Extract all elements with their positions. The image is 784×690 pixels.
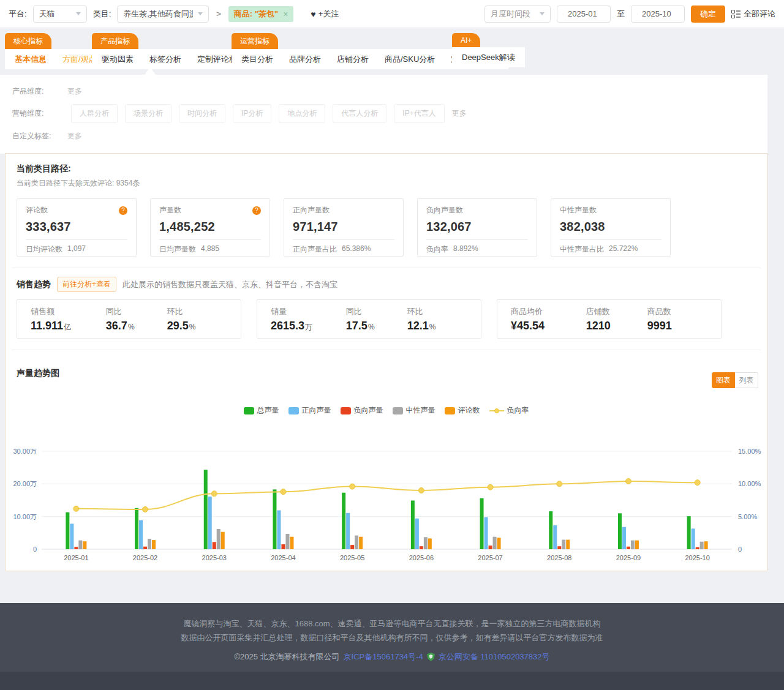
panel-caret [145, 67, 156, 75]
bar-总声量 [273, 489, 276, 549]
legend-comments[interactable]: 评论数 [445, 405, 480, 416]
toggle-list-view[interactable]: 列表 [735, 372, 758, 388]
pill-time-analysis[interactable]: 时间分析 [179, 104, 225, 123]
legend-neutral-volume[interactable]: 中性声量 [393, 405, 435, 416]
bar-负向声量 [143, 547, 147, 549]
custom-label-label: 自定义标签: [12, 131, 60, 141]
bar-正向声量 [484, 517, 488, 549]
bar-总声量 [135, 508, 138, 549]
tab-sku-analysis[interactable]: 商品/SKU分析 [385, 54, 435, 65]
bar-正向声量 [139, 520, 143, 549]
pill-scene-analysis[interactable]: 场景分析 [125, 104, 172, 123]
x-axis-label: 2025-09 [616, 554, 641, 561]
volume-trend-chart: 0010.00万5.00%20.00万10.00%30.00万15.00%202… [12, 421, 762, 566]
date-from-input[interactable] [568, 9, 605, 18]
legend-swatch [288, 407, 299, 414]
bar-评论数 [428, 538, 432, 549]
tab-shop-analysis[interactable]: 店铺分析 [337, 54, 369, 65]
category-label: 类目: [93, 9, 111, 20]
bar-评论数 [635, 541, 639, 549]
stat-cards: 评论数 ? 333,637 日均评论数 1,097 声量数 ? 1,485,25… [17, 198, 761, 257]
metric-label: 商品数 [647, 306, 715, 317]
sales-card-revenue: 销售额 11.911亿 同比 36.7% 环比 29.5% [17, 299, 241, 339]
pill-ip-spokesperson[interactable]: IP+代言人 [394, 104, 444, 123]
tab-deepseek[interactable]: DeepSeek解读 [462, 52, 515, 63]
bar-中性声量 [355, 536, 358, 549]
platform-select-value: 天猫 [39, 9, 55, 20]
right-axis-tick: 10.00% [738, 480, 761, 487]
divider [293, 239, 394, 240]
pill-crowd-analysis[interactable]: 人群分析 [71, 104, 118, 123]
main-panel: 当前类目路径: 当前类目路径下去除无效评论: 9354条 评论数 ? 333,6… [5, 153, 767, 571]
date-from-field[interactable] [557, 6, 611, 23]
toggle-chart-view[interactable]: 图表 [712, 372, 735, 388]
stat-label: 负向声量数 [426, 205, 463, 216]
bar-负向声量 [696, 547, 699, 549]
left-axis-tick: 20.00万 [13, 480, 37, 487]
close-icon[interactable]: × [283, 9, 288, 19]
tab-group-core: 核心指标 基本信息 方面/观点 [5, 33, 107, 69]
stat-card-comments: 评论数 ? 333,637 日均评论数 1,097 [17, 198, 137, 257]
chevron-down-icon [540, 12, 545, 15]
metric-value: 11.911 [31, 320, 63, 332]
stat-sub-value: 8.892% [453, 244, 478, 255]
bar-负向声量 [281, 544, 285, 549]
custom-label-more[interactable]: 更多 [67, 131, 82, 141]
bar-总声量 [549, 511, 552, 549]
tab-group-ai: AI+ DeepSeek解读 [452, 33, 525, 67]
legend-negative-rate[interactable]: 负向率 [489, 405, 529, 416]
bar-正向声量 [622, 527, 626, 549]
divider [26, 239, 127, 240]
legend-positive-volume[interactable]: 正向声量 [288, 405, 331, 416]
product-dimension-more[interactable]: 更多 [67, 86, 82, 97]
sales-card-quantity: 销量 2615.3万 同比 17.5% 环比 12.1% [257, 299, 481, 339]
pill-location-analysis[interactable]: 地点分析 [279, 104, 325, 123]
stat-sub-label: 中性声量占比 [560, 244, 604, 255]
bar-中性声量 [78, 541, 82, 549]
tab-driving-factors[interactable]: 驱动因素 [102, 54, 134, 65]
platform-select[interactable]: 天猫 [33, 6, 87, 23]
pill-ip-analysis[interactable]: IP分析 [233, 104, 271, 123]
line-point [143, 506, 148, 512]
marketing-dimension-more[interactable]: 更多 [452, 108, 467, 119]
x-axis-label: 2025-05 [340, 554, 364, 561]
legend-negative-volume[interactable]: 负向声量 [341, 405, 383, 416]
help-icon[interactable]: ? [119, 206, 127, 215]
product-filter-tag[interactable]: 商品: "茶包" × [228, 6, 293, 22]
icp-license-link[interactable]: 京ICP备15061734号-4 [344, 651, 423, 662]
chevron-down-icon [198, 12, 203, 15]
stat-label: 声量数 [159, 205, 181, 216]
bar-负向声量 [420, 546, 423, 549]
tab-label-analysis[interactable]: 标签分析 [149, 54, 181, 65]
metric-value: 36.7 [106, 320, 127, 332]
all-comments-button[interactable]: 全部评论 [731, 9, 775, 20]
bar-负向声量 [350, 545, 354, 549]
legend-label: 总声量 [257, 405, 279, 416]
tab-brand-analysis[interactable]: 品牌分析 [289, 54, 321, 65]
bar-负向声量 [557, 546, 561, 549]
period-type-select[interactable]: 月度时间段 [484, 6, 551, 23]
tab-category-analysis[interactable]: 类目分析 [241, 54, 273, 65]
breadcrumb-separator: > [216, 9, 221, 18]
follow-label: +关注 [318, 9, 339, 20]
stat-value: 382,038 [560, 220, 662, 234]
period-type-value: 月度时间段 [491, 9, 530, 20]
footer-bottom-bar [0, 672, 784, 690]
police-registration-link[interactable]: 京公网安备 11010502037832号 [439, 651, 550, 662]
confirm-button[interactable]: 确定 [691, 6, 725, 23]
stat-card-negative: 负向声量数 132,067 负向率 8.892% [417, 198, 537, 257]
category-select[interactable]: 养生茶,其他药食同源食.. [117, 6, 209, 23]
divider [159, 239, 261, 240]
help-icon[interactable]: ? [252, 206, 261, 215]
go-analysis-button[interactable]: 前往分析+查看 [57, 277, 116, 292]
date-to-field[interactable] [631, 6, 685, 23]
tab-basic-info[interactable]: 基本信息 [15, 54, 47, 65]
pill-spokesperson-analysis[interactable]: 代言人分析 [333, 104, 386, 123]
follow-button[interactable]: ♥ +关注 [311, 9, 339, 20]
legend-swatch [244, 407, 254, 414]
all-comments-label: 全部评论 [744, 9, 775, 20]
date-to-input[interactable] [642, 9, 679, 18]
legend-total-volume[interactable]: 总声量 [244, 405, 279, 416]
legend-label: 负向率 [507, 405, 529, 416]
footer-disclaimer-line1: 魔镜洞察与淘宝、天猫、京东、1688.com、速卖通、亚马逊等电商平台无直接关联… [0, 617, 784, 631]
